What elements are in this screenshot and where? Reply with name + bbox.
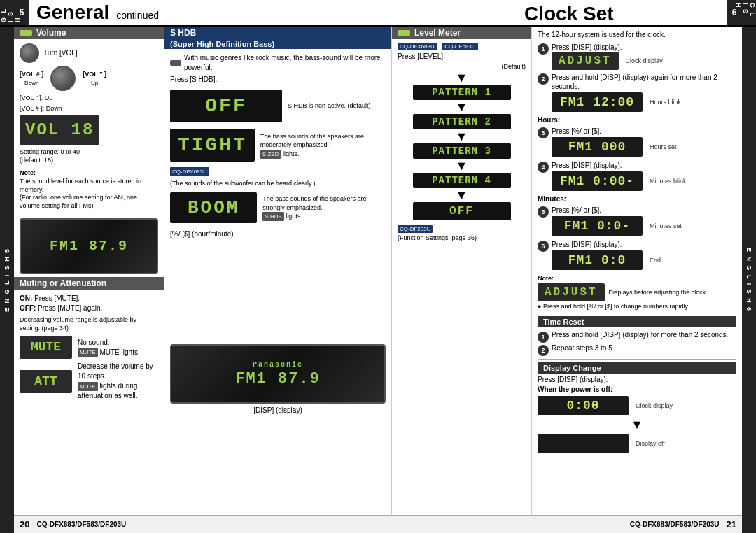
level-icon [398,30,410,36]
car-top-text: Panasonic [235,361,321,369]
note-label: Note: [20,169,36,176]
arrow3: ▼ [398,130,526,143]
step1-content: Press [DISP] (display). ADJUST Clock dis… [552,43,663,70]
step4-num: 4 [538,162,549,173]
shdb-content: With music genres like rock music, the b… [164,49,391,243]
vol-up-label: [VOL " ] [83,70,106,79]
off-text: OFF: Press [MUTE] again. [20,304,158,313]
header-title-right: Clock Set [517,0,727,25]
shdb-title: S HDB [170,28,196,38]
note-display-row: ADJUST Displays before adjusting the clo… [538,283,736,301]
tight-sized-badge: SIZED [260,150,281,159]
att-display: ATT [20,370,72,393]
display-change-press: Press [DISP] (display). [538,376,736,383]
shdb-icon [170,60,181,66]
boom-s-hdb-badge: S.HDB [262,212,284,221]
footer: 20 CQ-DFX683/DF583/DF203U CQ-DFX683/DF58… [14,515,742,533]
step2-label: Hours blink [650,99,681,106]
cq-dfx683u-badge-row: CQ-DFX683U [170,166,386,176]
footer-model-right: CQ-DFX683/DF583/DF203U [630,520,720,528]
step1-display-row: ADJUST Clock display [552,52,663,70]
footer-right: CQ-DFX683/DF583/DF203U 21 [630,519,736,530]
main-content: E N G L I S H 5 Volume Turn [0,27,756,533]
cq-badge1: CQ-DFX683U [170,167,209,176]
time-reset-step2: 2 Repeat steps 3 to 5. [538,344,736,356]
display-off-row: Display off [538,432,736,455]
clock-note: Note: ADJUST Displays before adjusting t… [538,274,736,310]
shdb-desc: With music genres like rock music, the b… [184,53,386,73]
note-text2: (For radio, one volume setting for AM, o… [20,194,158,210]
pattern1: PATTERN 1 [413,85,511,100]
step3-num: 3 [538,127,549,138]
pattern4: PATTERN 4 [413,173,511,188]
note-display: ADJUST [538,283,605,301]
tr-step1-text: Press and hold [DISP] (display) for more… [552,331,728,339]
clock-system-note: The 12-hour system is used for the clock… [538,31,736,38]
shdb-off-desc: S HDB is non-active. (default) [288,101,371,111]
footer-page-left: 20 [20,519,29,530]
continued-label: continued [116,10,159,21]
sidebar-right: E N G L I S H 6 [742,27,756,533]
shdb-off-row: OFF S HDB is non-active. (default) [170,87,386,125]
tr-step1-num: 1 [538,332,549,343]
muting-desc: Decreasing volume range is adjustable by… [20,315,158,333]
level-meter-header: Level Meter [392,27,531,39]
muting-title: Muting or Attenuation [20,278,106,288]
on-press: Press [MUTE]. [34,294,80,302]
car-freq: FM1 87.9 [235,370,321,388]
vol-down-group: [VOL # ] Down [20,70,43,87]
step2-display-row: FM1 12:00 Hours blink [552,91,736,113]
step4-text: Press [DISP] (display). [552,161,687,170]
step6-display: FM1 0:0 [552,250,643,270]
columns: Volume Turn [VOL]. [VOL # ] Down [14,27,742,515]
volume-icon [20,30,32,36]
disp-text: [DISP] (display) [253,406,302,414]
shdb-boom-display: BOOM [170,192,257,223]
clock-step3: 3 Press [%/ or [$]. FM1 000 Hours set [538,127,736,158]
display-off-label: Display off [636,440,665,447]
col-left: Volume Turn [VOL]. [VOL # ] Down [14,27,164,515]
level-badges: CQ-DFX683U CQ-DF583U [398,42,526,50]
col-mid: S HDB (Super High Definition Bass) With … [164,27,392,515]
clock-step6: 6 Press [DISP] (display). FM1 0:0 End [538,240,736,271]
shdb-section: S HDB (Super High Definition Bass) With … [164,27,391,243]
clock-display-val: 0:00 [538,396,629,415]
step5-display: FM1 0:0- [552,216,643,236]
setting-range: Setting range: 0 to 40 [20,148,158,157]
clock-display-label: Clock display [636,402,673,409]
volume-section: Volume Turn [VOL]. [VOL # ] Down [14,27,164,215]
step6-display-row: FM1 0:0 End [552,249,661,271]
volume-title: Volume [36,28,66,38]
step6-content: Press [DISP] (display). FM1 0:0 End [552,240,661,271]
shdb-header: S HDB [164,27,391,39]
mute-lights: MUTE MUTE lights. [78,348,140,357]
turn-vol-text: Turn [VOL]. [43,48,79,58]
step4-display: FM1 0:00- [552,171,643,191]
default-val: (default: 18) [20,156,158,165]
footer-model-left: CQ-DFX683/DF583/DF203U [36,520,126,528]
vol-down-text: [VOL # ]: Down [20,104,158,113]
up-label: Up [83,79,106,87]
general-title: General [36,3,109,22]
shdb-off-display: OFF [170,90,282,122]
step1-text: Press [DISP] (display). [552,43,663,52]
header-bar: E N G L I S H 5 General continued Clock … [0,0,756,27]
time-reset-step1: 1 Press and hold [DISP] (display) for mo… [538,331,736,343]
col-right-top: Level Meter CQ-DFX683U CQ-DF583U Press [… [392,27,532,515]
display-off-val [538,434,629,453]
cq-desc1: (The sounds of the subwoofer can be hear… [170,179,386,188]
step5-content: Press [%/ or [$]. FM1 0:0- Minutes set [552,206,682,237]
step5-num: 5 [538,206,549,218]
tr-step2-num: 2 [538,345,549,356]
volume-header: Volume [14,27,164,39]
clock-set-title: Clock Set [524,3,614,25]
shdb-sub: (Super High Definition Bass) [170,40,274,48]
tight-desc-group: The bass sounds of the speakers are mode… [260,132,386,159]
func-settings: (Function Settings: page 36) [398,234,526,241]
vol-arrows-row: [VOL # ] Down [VOL " ] Up [20,66,158,91]
time-reset-section: Time Reset 1 Press and hold [DISP] (disp… [538,316,736,356]
step1-num: 1 [538,43,549,55]
clock-step4: 4 Press [DISP] (display). FM1 0:00- Minu… [538,161,736,192]
turn-vol-row: Turn [VOL]. [20,43,158,63]
pattern2: PATTERN 2 [413,114,511,129]
